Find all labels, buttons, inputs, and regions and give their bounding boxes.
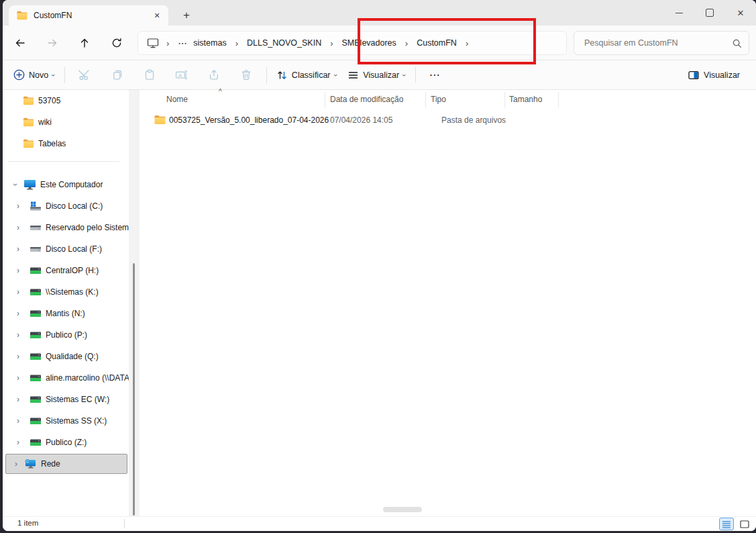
close-icon: ✕ [737, 8, 745, 18]
sidebar-item-wiki[interactable]: wiki [3, 112, 129, 132]
network-drive-icon [30, 266, 42, 275]
sidebar-item-tabelas[interactable]: Tabelas [3, 134, 129, 154]
chevron-right-icon[interactable]: › [17, 373, 30, 383]
breadcrumb-separator: › [229, 38, 244, 48]
chevron-right-icon[interactable]: › [17, 309, 30, 318]
delete-button[interactable] [230, 64, 262, 87]
chevron-right-icon[interactable]: › [17, 352, 30, 361]
copy-button[interactable] [101, 64, 133, 87]
toolbar-divider [415, 67, 416, 83]
cut-button[interactable] [69, 64, 101, 87]
chevron-right-icon[interactable]: › [17, 223, 30, 232]
column-header-nome[interactable]: Nome [166, 95, 188, 104]
window-controls: ✕ [663, 0, 756, 26]
breadcrumb-overflow[interactable]: ⋯ [175, 38, 191, 48]
maximize-icon [706, 9, 714, 17]
sidebar-item-network[interactable]: › Rede [5, 454, 127, 474]
sidebar-item-drive-c[interactable]: › Disco Local (C:) [3, 196, 129, 216]
icons-view-button[interactable] [737, 518, 752, 530]
column-header-data[interactable]: Data de modificação [330, 95, 403, 104]
column-divider[interactable] [425, 92, 426, 107]
chevron-down-icon: › [331, 74, 339, 77]
column-divider[interactable] [325, 92, 325, 107]
sidebar-item-drive-reservado[interactable]: › Reservado pelo Sistema [3, 217, 129, 238]
paste-button[interactable] [133, 64, 166, 87]
sidebar-item-drive-h[interactable]: › CentralOP (H:) [3, 260, 129, 281]
column-header-tamanho[interactable]: Tamanho [509, 95, 542, 104]
file-type: Pasta de arquivos [441, 115, 506, 125]
item-count: 1 item [17, 519, 38, 527]
chevron-right-icon[interactable]: › [17, 201, 30, 211]
sort-button[interactable]: Classificar › [271, 64, 342, 87]
maximize-button[interactable] [694, 0, 725, 26]
minimize-icon [676, 13, 683, 13]
refresh-button[interactable] [103, 30, 130, 56]
folder-icon [23, 117, 34, 127]
chevron-right-icon[interactable]: › [17, 395, 30, 404]
search-icon [732, 38, 742, 48]
share-button[interactable] [198, 64, 230, 87]
back-button[interactable] [7, 30, 34, 56]
sidebar-item-drive-x[interactable]: › Sistemas SS (X:) [3, 411, 129, 431]
sidebar-item-drive-w[interactable]: › Sistemas EC (W:) [3, 389, 129, 409]
sidebar-item-drive-k[interactable]: › \\Sistemas (K:) [3, 282, 129, 302]
sidebar-item-drive-q[interactable]: › Qualidade (Q:) [3, 346, 129, 367]
sidebar-item-label: Rede [41, 459, 60, 469]
chevron-right-icon[interactable]: › [17, 416, 30, 426]
explorer-tab[interactable]: CustomFN ✕ [9, 5, 168, 26]
up-button[interactable] [71, 30, 98, 56]
sidebar-item-label: Disco Local (F:) [46, 244, 102, 254]
sidebar-item-this-pc[interactable]: › Este Computador [3, 175, 129, 195]
chevron-right-icon[interactable]: › [11, 459, 21, 469]
tab-close-icon[interactable]: ✕ [150, 8, 164, 23]
sidebar-item-label: Disco Local (C:) [46, 201, 103, 211]
sidebar-item-drive-p[interactable]: › Publico (P:) [3, 325, 129, 345]
breadcrumb-item-dlls-novo-skin[interactable]: DLLS_NOVO_SKIN [244, 36, 324, 50]
rename-button[interactable]: A [166, 64, 198, 87]
command-toolbar: Novo › A Classificar › Visualiz [3, 60, 756, 90]
new-button[interactable]: Novo › [8, 64, 60, 87]
chevron-right-icon[interactable]: › [17, 244, 30, 254]
chevron-right-icon[interactable]: › [17, 330, 30, 340]
computer-icon [147, 38, 159, 48]
search-input[interactable] [583, 38, 732, 48]
chevron-right-icon[interactable]: › [17, 287, 30, 297]
file-row[interactable]: 0053725_Versão_5.00_liberado_07-04-2026 … [140, 111, 694, 129]
network-drive-icon [30, 395, 42, 404]
breadcrumb-separator: › [160, 38, 175, 48]
preview-pane-label: Visualizar [704, 70, 740, 80]
column-header-tipo[interactable]: Tipo [431, 95, 446, 104]
chevron-down-icon: › [50, 74, 58, 77]
sidebar-item-drive-f[interactable]: › Disco Local (F:) [3, 239, 129, 259]
sidebar-item-drive-aline[interactable]: › aline.marcolino (\\DATA [3, 368, 129, 388]
sidebar-scrollbar-thumb[interactable] [133, 263, 135, 516]
network-drive-icon [30, 416, 42, 426]
sidebar-item-label: Publico (P:) [46, 330, 87, 340]
network-drive-icon [30, 438, 42, 447]
details-view-button[interactable] [719, 518, 734, 530]
preview-pane-button[interactable]: Visualizar [682, 64, 749, 87]
folder-icon [23, 139, 34, 148]
horizontal-scrollbar-thumb[interactable] [383, 507, 422, 512]
sidebar-item-label: CentralOP (H:) [46, 266, 99, 275]
new-tab-button[interactable]: + [178, 8, 195, 23]
sidebar-item-53705[interactable]: 53705 [3, 91, 129, 111]
chevron-right-icon[interactable]: › [17, 266, 30, 275]
column-divider[interactable] [504, 92, 505, 107]
view-button[interactable]: Visualizar › [342, 64, 411, 87]
sidebar-item-label: Sistemas SS (X:) [46, 416, 107, 426]
breadcrumb-item-sistemas[interactable]: sistemas [191, 36, 229, 50]
column-divider[interactable] [558, 92, 559, 107]
sidebar-item-drive-z[interactable]: › Publico (Z:) [3, 432, 129, 452]
search-box [574, 31, 749, 55]
close-button[interactable]: ✕ [725, 0, 756, 26]
forward-button[interactable] [39, 30, 66, 56]
sidebar-item-label: wiki [38, 117, 52, 127]
sidebar-item-drive-n[interactable]: › Mantis (N:) [3, 303, 129, 324]
svg-text:A: A [178, 72, 182, 79]
more-options-button[interactable]: ⋯ [420, 68, 451, 81]
chevron-right-icon[interactable]: › [17, 438, 30, 447]
minimize-button[interactable] [663, 0, 694, 26]
chevron-down-icon[interactable]: › [11, 180, 20, 189]
toolbar-divider [64, 67, 65, 83]
